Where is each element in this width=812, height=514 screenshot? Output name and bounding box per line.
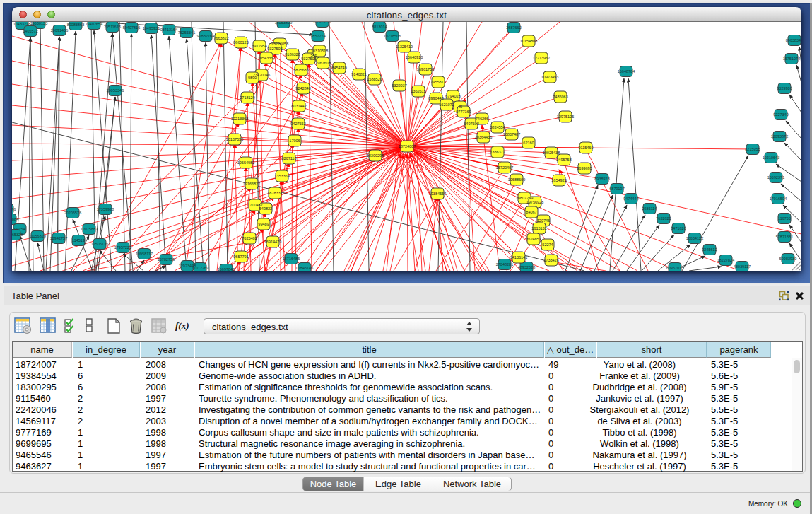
svg-text:48932528: 48932528 [518,265,535,269]
svg-text:84067: 84067 [526,210,536,214]
svg-text:9329986: 9329986 [777,86,792,90]
svg-text:19166827: 19166827 [243,182,260,186]
svg-text:20206576: 20206576 [64,211,81,215]
svg-text:45: 45 [458,105,462,109]
svg-text:96965328: 96965328 [12,233,23,237]
svg-text:10807487: 10807487 [503,132,520,136]
svg-text:15692371: 15692371 [767,175,784,180]
svg-text:9474444: 9474444 [623,197,638,201]
svg-text:10107553: 10107553 [226,137,243,141]
svg-text:10973493: 10973493 [541,75,558,79]
svg-text:17359928: 17359928 [97,207,114,211]
svg-text:8990448: 8990448 [428,96,443,100]
svg-text:10958117: 10958117 [136,252,153,256]
svg-text:14136141: 14136141 [510,255,527,259]
svg-text:11156829: 11156829 [29,234,46,238]
svg-text:3524851: 3524851 [526,237,541,241]
svg-text:19600133: 19600133 [30,22,47,25]
svg-text:2687662: 2687662 [506,25,521,30]
svg-text:1588520: 1588520 [367,77,382,81]
svg-text:1654923: 1654923 [551,178,566,182]
svg-text:3875685: 3875685 [293,68,308,72]
svg-text:10433218: 10433218 [13,22,30,26]
svg-text:9777169: 9777169 [456,110,471,114]
svg-text:120746: 120746 [537,218,550,223]
svg-text:9657791: 9657791 [233,255,248,259]
svg-text:8454749: 8454749 [331,66,346,70]
svg-text:12213967: 12213967 [533,56,550,60]
svg-text:50983930: 50983930 [779,257,796,261]
svg-text:19384554: 19384554 [429,192,446,196]
svg-text:8471626: 8471626 [671,226,686,230]
svg-text:1615132: 1615132 [531,226,546,230]
svg-text:8186328: 8186328 [285,52,300,57]
svg-text:75255341: 75255341 [178,30,195,35]
svg-text:72423884: 72423884 [12,217,18,221]
svg-text:2718129: 2718129 [240,95,254,100]
svg-text:9427552: 9427552 [290,122,305,126]
svg-text:1733426: 1733426 [543,258,558,262]
svg-text:9242848: 9242848 [295,86,310,90]
svg-text:71012269: 71012269 [192,266,208,270]
svg-text:5322037: 5322037 [392,83,406,88]
svg-text:27048281: 27048281 [496,262,513,267]
svg-text:59407816: 59407816 [123,25,140,30]
svg-text:6794028: 6794028 [445,94,460,98]
svg-text:92832764: 92832764 [197,34,214,38]
svg-text:9327505: 9327505 [301,57,316,61]
svg-text:19756928: 19756928 [526,200,543,204]
svg-text:1621072: 1621072 [439,103,454,107]
svg-text:12975125: 12975125 [557,115,574,119]
svg-text:3878332: 3878332 [267,191,282,195]
svg-text:7955812: 7955812 [430,80,445,84]
svg-text:10210643: 10210643 [763,156,779,160]
svg-text:99489: 99489 [258,222,269,226]
svg-text:03413164: 03413164 [160,28,177,32]
svg-text:18495931: 18495931 [143,26,160,30]
svg-text:10310518: 10310518 [311,49,328,53]
svg-text:89638346: 89638346 [786,38,801,42]
svg-text:1405572: 1405572 [23,29,37,33]
svg-text:8031442: 8031442 [291,104,306,108]
svg-text:12505135: 12505135 [91,242,108,246]
svg-text:11325419: 11325419 [396,45,413,49]
svg-text:8938923: 8938923 [594,177,609,181]
svg-text:9227349: 9227349 [773,112,788,117]
svg-text:10543362: 10543362 [258,56,275,60]
svg-text:16648764: 16648764 [618,69,635,74]
svg-text:83503056: 83503056 [314,22,331,24]
svg-text:7485063: 7485063 [553,95,567,99]
svg-text:89083863: 89083863 [67,23,84,27]
svg-text:23226058: 23226058 [271,42,288,46]
svg-text:20053346: 20053346 [107,88,124,93]
svg-text:15640910: 15640910 [406,55,423,59]
svg-text:18724007: 18724007 [399,144,416,148]
svg-text:2935114: 2935114 [642,206,657,211]
svg-text:7663822: 7663822 [213,36,228,40]
svg-text:10025438: 10025438 [543,151,560,155]
svg-text:6879197: 6879197 [609,187,624,191]
svg-text:8660123: 8660123 [233,40,248,45]
svg-text:16961758: 16961758 [417,67,434,71]
svg-text:19218506: 19218506 [384,34,401,38]
svg-text:6497508: 6497508 [464,122,478,126]
svg-text:7625402: 7625402 [242,236,257,240]
svg-text:99154: 99154 [14,227,25,231]
svg-text:549822: 549822 [259,206,272,211]
svg-text:52274: 52274 [542,243,553,247]
svg-text:116753: 116753 [778,216,791,221]
svg-text:17957225: 17957225 [114,245,131,250]
svg-text:3267110: 3267110 [281,156,296,160]
svg-text:79402654: 79402654 [86,22,102,26]
svg-text:57871331: 57871331 [776,235,793,239]
svg-text:15716485: 15716485 [283,257,300,261]
svg-text:3912954: 3912954 [252,44,266,48]
svg-text:01845146: 01845146 [296,266,313,270]
svg-text:9146821: 9146821 [351,72,366,76]
svg-text:17006: 17006 [289,139,300,143]
svg-text:12213363: 12213363 [231,117,248,121]
svg-text:20364436: 20364436 [475,135,492,139]
svg-text:19654982: 19654982 [237,160,254,165]
svg-text:15720407: 15720407 [496,165,513,170]
svg-text:12942757: 12942757 [50,236,67,240]
